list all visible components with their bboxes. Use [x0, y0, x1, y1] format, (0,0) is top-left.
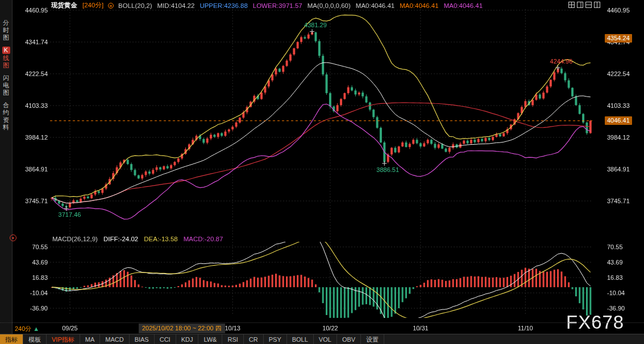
price-tick-right: 4222.54 — [607, 70, 630, 77]
macd-tick-left: 16.83 — [15, 274, 48, 281]
sidebar-char: 闪 — [0, 74, 12, 82]
price-chart-canvas[interactable] — [0, 0, 644, 344]
candle-time-tooltip: 2025/10/02 18:00 ~ 22:00 四 — [139, 324, 225, 333]
sidebar-char: 合 — [0, 102, 12, 109]
macd-tick-right: -10.04 — [607, 290, 625, 296]
price-tick-left: 4103.33 — [15, 102, 48, 109]
macd-tick-right: 70.55 — [607, 244, 623, 250]
tab-rsi[interactable]: RSI — [222, 334, 243, 344]
period-label[interactable]: 240分▲ — [15, 325, 39, 333]
macd-value: MACD:-20.87 — [184, 236, 223, 242]
layout-grid-icon[interactable] — [568, 2, 575, 8]
upper-band-badge: 4354.24 — [605, 34, 632, 43]
tab-cci[interactable]: CCI — [155, 334, 176, 344]
sidebar-item-kline[interactable]: K线图 — [0, 47, 12, 69]
tab-indicator[interactable]: 指标 — [0, 334, 23, 344]
sidebar-char: 时 — [0, 27, 12, 34]
macd-label: MACD(26,12,9) — [52, 236, 98, 242]
indicator-info-bar: 现货黄金[240分] BOLL(20,2)MID:4104.22UPPER:42… — [51, 1, 483, 10]
tab-template[interactable]: 模板 — [23, 334, 47, 344]
sidebar-char: 线 — [0, 54, 12, 62]
price-tick-left: 4341.74 — [15, 39, 48, 45]
macd-tick-left: -10.04 — [15, 290, 48, 296]
sidebar-char: 图 — [0, 89, 12, 97]
layout-icons — [568, 2, 600, 8]
price-tick-left: 3745.71 — [15, 198, 48, 204]
macd-tick-left: 43.69 — [15, 259, 48, 266]
tab-lwr[interactable]: LW& — [198, 334, 222, 344]
tab-kdj[interactable]: KDJ — [176, 334, 199, 344]
sidebar-char: 图 — [0, 62, 12, 69]
extreme-label: 3717.46 — [59, 211, 81, 218]
layout-split-right-icon[interactable] — [577, 2, 583, 8]
price-tick-left: 4460.95 — [15, 7, 48, 14]
ma-label: MA(0,0,0,0,60) — [308, 2, 351, 9]
tab-vip-indicator[interactable]: VIP指标 — [47, 334, 80, 344]
left-sidebar: 分时图K线图闪电图合约资料 — [0, 0, 13, 334]
layout-split-horizontal-icon[interactable] — [585, 2, 592, 8]
price-tick-right: 3984.12 — [607, 134, 630, 141]
price-tick-right: 3864.91 — [607, 166, 630, 173]
time-tick: 10/31 — [413, 325, 429, 332]
time-tick: 09/25 — [62, 325, 78, 332]
layout-split-vertical-icon[interactable] — [594, 2, 600, 8]
price-tick-right: 4103.33 — [607, 102, 630, 109]
last-price-badge: 4046.41 — [605, 116, 632, 125]
macd-tick-left: -36.90 — [15, 305, 48, 312]
symbol-group: 现货黄金[240分] — [51, 1, 103, 10]
ma0-value-3: MA0:4046.41 — [444, 2, 483, 9]
sidebar-item-intraday[interactable]: 分时图 — [0, 19, 12, 41]
boll-lower-value: LOWER:3971.57 — [253, 2, 302, 9]
chart-app: 分时图K线图闪电图合约资料 现货黄金[240分] BOLL(20,2)MID:4… — [0, 0, 644, 344]
price-tick-left: 3864.91 — [15, 166, 48, 173]
indicator-tabs: 指标模板VIP指标MAMACDBIASCCIKDJLW&RSICRPSYBOLL… — [0, 334, 644, 344]
period-text: 240分 — [15, 325, 31, 332]
extreme-label: 3886.51 — [376, 166, 399, 173]
price-tick-left: 3984.12 — [15, 134, 48, 141]
dea-value: DEA:-13.58 — [144, 236, 177, 242]
period-arrow-icon: ▲ — [33, 325, 39, 332]
macd-pane-toggle-icon[interactable]: ▼ — [10, 234, 16, 241]
ma0-value-2: MA0:4046.41 — [400, 2, 438, 9]
macd-tick-right: -36.90 — [607, 305, 625, 312]
sidebar-char: 资 — [0, 116, 12, 124]
sidebar-char: 约 — [0, 109, 12, 116]
extreme-label: 4244.96 — [550, 58, 573, 65]
sidebar-item-lightning[interactable]: 闪电图 — [0, 74, 12, 97]
indicator-values-group: BOLL(20,2)MID:4104.22UPPER:4236.88LOWER:… — [118, 2, 483, 9]
price-tick-left: 4222.54 — [15, 70, 48, 77]
tab-settings[interactable]: 设置 — [361, 334, 384, 344]
boll-upper-value: UPPER:4236.88 — [200, 2, 247, 9]
time-tick: 11/10 — [518, 325, 533, 332]
macd-tick-left: 70.55 — [15, 244, 48, 250]
sidebar-char: 料 — [0, 124, 12, 131]
tab-ma[interactable]: MA — [80, 334, 101, 344]
tab-cr[interactable]: CR — [244, 334, 264, 344]
tab-bias[interactable]: BIAS — [130, 334, 155, 344]
tab-macd[interactable]: MACD — [100, 334, 129, 344]
macd-tick-right: 16.83 — [607, 274, 623, 281]
boll-mid-value: MID:4104.22 — [157, 2, 195, 9]
price-tick-right: 4460.95 — [607, 7, 630, 14]
interval-label: [240分] — [82, 1, 103, 10]
extreme-label: 4381.29 — [304, 22, 327, 28]
tab-boll[interactable]: BOLL — [287, 334, 314, 344]
sidebar-char: K — [2, 47, 10, 54]
sidebar-char: 电 — [0, 82, 12, 89]
price-tick-right: 3745.71 — [607, 198, 630, 204]
tab-obv[interactable]: OBV — [337, 334, 361, 344]
tab-vol[interactable]: VOL — [314, 334, 337, 344]
time-tick: 10/22 — [322, 325, 338, 332]
indicator-settings-icon[interactable] — [108, 3, 114, 9]
sidebar-char: 分 — [0, 19, 12, 27]
time-axis: 240分▲ 2025/10/02 18:00 ~ 22:00 四 09/2510… — [0, 322, 644, 334]
macd-tick-right: 43.69 — [607, 259, 623, 266]
macd-info-bar: MACD(26,12,9)DIFF:-24.02DEA:-13.58MACD:-… — [52, 236, 223, 242]
boll-label: BOLL(20,2) — [118, 2, 152, 9]
symbol-name: 现货黄金 — [51, 1, 77, 10]
ma0-value-1: MA0:4046.41 — [356, 2, 394, 9]
sidebar-item-contract-info[interactable]: 合约资料 — [0, 102, 12, 131]
time-tick: 10/13 — [225, 325, 240, 332]
diff-value: DIFF:-24.02 — [103, 236, 138, 242]
tab-psy[interactable]: PSY — [264, 334, 287, 344]
